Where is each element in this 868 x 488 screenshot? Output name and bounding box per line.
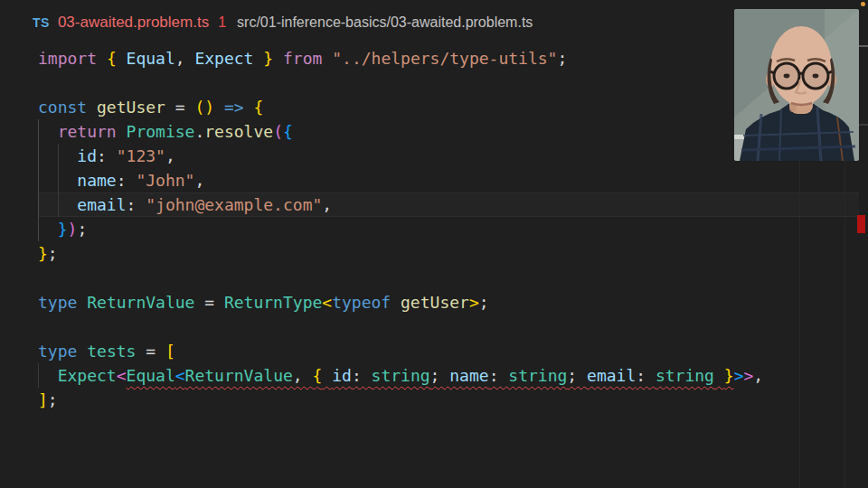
code-line-current[interactable]: email: "john@example.com", (38, 192, 763, 217)
code-token: "john@example.com" (146, 195, 322, 214)
code-line[interactable]: }); (38, 217, 763, 241)
code-token (38, 146, 77, 165)
code-token: : (97, 146, 117, 165)
code-token: } (38, 244, 48, 263)
code-line[interactable]: import { Equal, Expect } from "../helper… (38, 46, 763, 70)
code-line[interactable]: name: "John", (38, 168, 763, 192)
code-line[interactable]: id: "123", (38, 144, 763, 168)
code-token: from (283, 49, 322, 68)
error-count-badge: 1 (218, 14, 226, 31)
code-token (253, 49, 263, 68)
code-line[interactable]: Expect<Equal<ReturnValue, { id: string; … (38, 363, 763, 388)
code-token: < (117, 366, 127, 385)
code-line[interactable]: return Promise.resolve({ (38, 119, 763, 144)
code-token: string (656, 366, 714, 385)
code-token: < (175, 366, 185, 385)
code-token: "../helpers/type-utils" (332, 49, 557, 68)
code-token: , (194, 171, 204, 190)
code-token: getUser (97, 98, 165, 117)
code-editor[interactable]: import { Equal, Expect } from "../helper… (38, 46, 763, 412)
code-token: } (58, 220, 68, 239)
code-token (714, 366, 724, 385)
code-token: { (313, 366, 323, 385)
code-token: string (372, 366, 430, 385)
code-token: ReturnValue (87, 293, 194, 312)
code-token: { (283, 122, 293, 141)
error-squiggle-span: Equal<ReturnValue, { id: string; name: s… (127, 366, 734, 385)
code-token: ] (38, 390, 48, 409)
code-token: ; (48, 390, 58, 409)
code-token (244, 98, 254, 117)
code-token (38, 195, 77, 214)
code-token (117, 49, 127, 68)
code-token: "123" (117, 146, 165, 165)
code-token: email (587, 366, 636, 385)
code-token (38, 122, 58, 141)
code-token: { (253, 98, 263, 117)
code-token: = (136, 342, 165, 361)
code-token: id (332, 366, 352, 385)
code-token: . (194, 122, 204, 141)
overview-ruler-error-marker (857, 215, 865, 233)
code-token (38, 171, 77, 190)
code-token: : (636, 366, 656, 385)
code-token: email (77, 195, 126, 214)
code-token: name (449, 366, 488, 385)
typescript-file-icon: TS (33, 15, 50, 30)
code-token: ; (479, 293, 489, 312)
code-line[interactable] (38, 70, 763, 95)
code-token: : (489, 366, 509, 385)
code-token: ; (77, 220, 87, 239)
code-token: ) (68, 220, 78, 239)
code-line[interactable]: const getUser = () => { (38, 95, 763, 119)
code-token: type (38, 293, 77, 312)
code-token: () (194, 98, 214, 117)
code-line[interactable]: ]; (38, 388, 763, 412)
code-token: => (224, 98, 244, 117)
code-token: , (165, 146, 175, 165)
code-token: > (734, 366, 744, 385)
code-token: ReturnValue (185, 366, 293, 385)
code-token: const (38, 98, 87, 117)
code-token: : (127, 195, 146, 214)
code-token: } (724, 366, 734, 385)
code-token: Equal (127, 49, 175, 68)
code-token: , (753, 366, 763, 385)
code-token: < (322, 293, 332, 312)
code-token: > (469, 293, 479, 312)
code-line[interactable]: type tests = [ (38, 339, 763, 363)
code-token: getUser (401, 293, 469, 312)
code-token: Equal (127, 366, 175, 385)
code-token (322, 366, 332, 385)
code-token (97, 49, 107, 68)
code-token: ; (430, 366, 450, 385)
code-token (391, 293, 401, 312)
code-token: = (194, 293, 224, 312)
code-token: { (107, 49, 117, 68)
code-line[interactable]: }; (38, 241, 763, 266)
recording-indicator-dot (861, 2, 865, 6)
code-token: ; (48, 244, 58, 263)
code-token: , (175, 49, 195, 68)
code-token: ( (273, 122, 283, 141)
code-line[interactable] (38, 266, 763, 290)
code-token: > (743, 366, 753, 385)
code-token: typeof (332, 293, 391, 312)
code-token: = (165, 98, 195, 117)
code-line[interactable] (38, 314, 763, 339)
code-token (117, 122, 127, 141)
code-token (38, 366, 58, 385)
overview-ruler-mark (858, 124, 868, 126)
code-line[interactable]: type ReturnValue = ReturnType<typeof get… (38, 290, 763, 314)
code-token (77, 293, 87, 312)
code-token: : (352, 366, 372, 385)
code-token: resolve (204, 122, 273, 141)
code-token: , (322, 195, 332, 214)
code-token: ReturnType (224, 293, 322, 312)
code-token (38, 220, 58, 239)
code-token (322, 49, 332, 68)
code-token: , (293, 366, 313, 385)
code-token: tests (87, 342, 136, 361)
code-token: ; (567, 366, 587, 385)
code-token: [ (165, 342, 175, 361)
